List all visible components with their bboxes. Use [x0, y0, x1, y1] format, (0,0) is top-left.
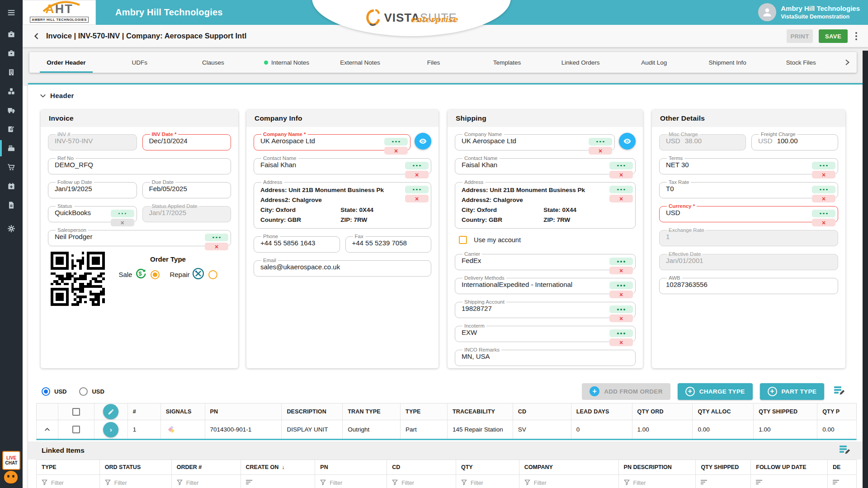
filter-follow-up-date[interactable] [751, 475, 828, 488]
sidebar-item-calendar-plus[interactable] [0, 177, 23, 196]
edit-lines-button[interactable] [103, 404, 118, 419]
filter-qty[interactable]: Filter [456, 475, 519, 488]
field-carrier[interactable]: CarrierFedEx× [455, 251, 636, 270]
save-button[interactable]: SAVE [819, 29, 848, 43]
sidebar-item-edit-note[interactable] [0, 120, 23, 139]
sidebar-item-document[interactable] [0, 196, 23, 215]
filter-funnel-icon[interactable] [42, 479, 47, 487]
lookup-button[interactable] [405, 162, 429, 169]
filter-funnel-icon[interactable] [105, 479, 111, 487]
part-type-button[interactable]: + PART TYPE [760, 383, 824, 400]
field-salesperson[interactable]: SalespersonNeil Prodger× [48, 227, 231, 246]
clear-button[interactable]: × [609, 314, 633, 322]
tab-templates[interactable]: Templates [470, 52, 544, 73]
lookup-button[interactable] [609, 305, 633, 313]
field-tax-rate[interactable]: Tax RateT0× [659, 179, 838, 198]
sidebar-item-cubes[interactable] [0, 82, 23, 101]
view-company-button[interactable] [619, 133, 636, 150]
order-type-option-sale[interactable]: Sale$ [118, 267, 160, 282]
field-awb[interactable]: AWB10287363556 [659, 275, 838, 294]
cell-row-open-button[interactable]: › [94, 420, 128, 439]
clear-button[interactable]: × [205, 243, 228, 250]
currency-radio-1[interactable]: USD [79, 387, 104, 396]
col-qty[interactable]: QTY [456, 460, 519, 474]
filter-funnel-icon[interactable] [177, 479, 183, 487]
lookup-button[interactable] [405, 186, 429, 193]
sidebar-item-toolbox-alt[interactable] [0, 44, 23, 63]
tab-udfs[interactable]: UDFs [103, 52, 177, 73]
clear-button[interactable]: × [812, 171, 835, 178]
filter-pn-description[interactable]: Filter [619, 475, 696, 488]
filter-lines-icon[interactable] [833, 479, 839, 486]
clear-button[interactable]: × [609, 338, 633, 346]
clear-button[interactable]: × [609, 267, 633, 274]
filter-funnel-icon[interactable] [624, 479, 630, 487]
col-pn[interactable]: PN [315, 460, 387, 474]
clear-button[interactable]: × [609, 195, 633, 202]
right-scroll-strip[interactable] [863, 51, 868, 488]
col-qty-shipped[interactable]: QTY SHIPPED [696, 460, 751, 474]
view-company-button[interactable] [415, 133, 431, 150]
sidebar-item-toolbox[interactable] [0, 25, 23, 44]
lookup-button[interactable] [812, 162, 835, 169]
filter-order[interactable]: Filter [172, 475, 241, 488]
tab-audit-log[interactable]: Audit Log [617, 52, 691, 73]
col-de[interactable]: DE [828, 460, 856, 474]
field-delivery-methods[interactable]: Delivery MethodsInternationalExpedited -… [455, 275, 636, 294]
lookup-button[interactable] [812, 186, 835, 193]
checkbox-icon[interactable] [72, 408, 80, 416]
edit-lines-button[interactable] [94, 404, 128, 420]
lookup-button[interactable] [384, 138, 408, 145]
cell-select-checkbox[interactable] [58, 420, 94, 439]
field-terms[interactable]: TermsNET 30× [659, 155, 838, 174]
clear-button[interactable]: × [812, 195, 835, 202]
clear-button[interactable]: × [589, 147, 612, 155]
clear-button[interactable]: × [812, 219, 835, 226]
clear-button[interactable]: × [405, 171, 429, 178]
sort-desc-icon[interactable]: ↓ [282, 464, 284, 470]
filter-type[interactable]: Filter [37, 475, 100, 488]
open-line-button[interactable]: › [103, 422, 118, 437]
sidebar-item-building[interactable] [0, 63, 23, 82]
section-header[interactable]: Header [28, 84, 863, 99]
field-company-name[interactable]: Company NameUK Aerospace Ltd× [455, 131, 615, 150]
filter-de[interactable] [828, 475, 856, 488]
print-button[interactable]: PRINT [787, 29, 813, 43]
field-company-name[interactable]: Company Name *UK Aerospace Ltd× [254, 131, 410, 150]
lookup-button[interactable] [609, 282, 633, 289]
field-contact-name[interactable]: Contact NameFaisal Khan× [254, 155, 431, 174]
col-create-on[interactable]: CREATE ON↓ [241, 460, 316, 474]
clear-button[interactable]: × [384, 147, 408, 155]
field-address[interactable]: AddressAddress: Unit 21B Monument Busine… [254, 179, 431, 229]
filter-cd[interactable]: Filter [387, 475, 456, 488]
filter-pn[interactable]: Filter [315, 475, 387, 488]
lookup-button[interactable] [589, 138, 612, 145]
checkbox-icon[interactable] [72, 426, 80, 433]
tab-linked-orders[interactable]: Linked Orders [544, 52, 618, 73]
field-freight-charge[interactable]: Freight ChargeUSD100.00 [751, 131, 838, 150]
col-order[interactable]: ORDER # [172, 460, 241, 474]
sidebar-item-shopping-cart[interactable] [0, 158, 23, 177]
col-type[interactable]: TYPE [37, 460, 100, 474]
sidebar-item-hamburger-menu[interactable] [0, 0, 23, 25]
lookup-button[interactable] [609, 162, 633, 169]
lookup-button[interactable] [812, 210, 835, 217]
lookup-button[interactable] [609, 258, 633, 265]
charge-type-button[interactable]: + CHARGE TYPE [678, 383, 753, 400]
field-due-date[interactable]: Due DateFeb/05/2025 [142, 179, 231, 198]
order-type-option-repair[interactable]: Repair [170, 267, 217, 282]
filter-qty-shipped[interactable] [696, 475, 751, 488]
filter-lines-icon[interactable] [701, 479, 707, 486]
field-inco-remarks[interactable]: INCO RemarksMN, USA [455, 347, 636, 366]
field-address[interactable]: AddressAddress: Unit 21B Monument Busine… [455, 179, 636, 229]
lookup-button[interactable] [609, 186, 633, 193]
filter-funnel-icon[interactable] [524, 479, 530, 487]
tab-stock-files[interactable]: Stock Files [764, 52, 838, 73]
add-from-order-button[interactable]: + ADD FROM ORDER [582, 383, 670, 400]
clear-button[interactable]: × [111, 219, 134, 226]
tab-internal-notes[interactable]: Internal Notes [250, 52, 324, 73]
checkbox-icon[interactable] [459, 236, 467, 244]
field-ref-no[interactable]: Ref NoDEMO_RFQ [48, 155, 231, 174]
filter-funnel-icon[interactable] [392, 479, 398, 487]
back-button[interactable] [32, 31, 42, 41]
